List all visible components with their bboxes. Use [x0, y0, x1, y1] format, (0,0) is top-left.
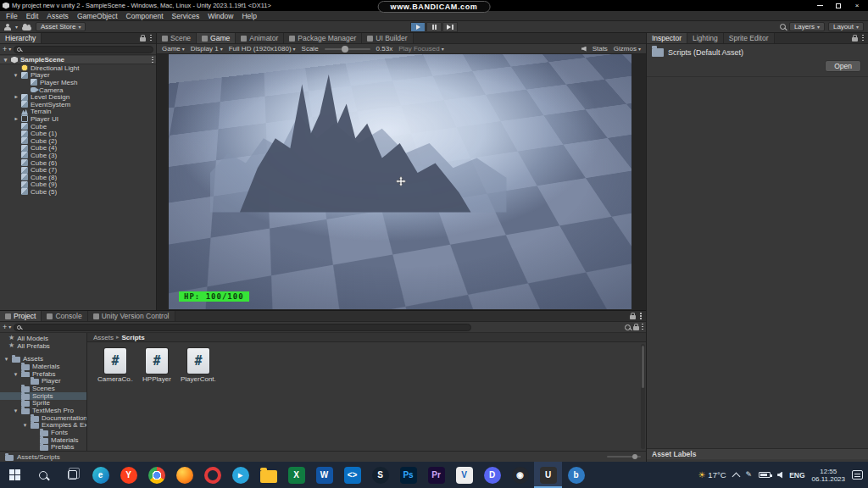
hierarchy-item[interactable]: Cube (1) [0, 130, 156, 137]
hierarchy-item[interactable]: Directional Light [0, 64, 156, 72]
cloud-services-icon[interactable] [22, 26, 31, 30]
taskbar-app[interactable]: ▸ [226, 462, 254, 488]
foldout-arrow-icon[interactable] [13, 96, 19, 99]
taskbar-app[interactable]: Y [114, 462, 142, 488]
resolution-dropdown[interactable]: Full HD (1920x1080) [229, 45, 296, 53]
menu-item[interactable]: Assets [42, 12, 73, 20]
add-asset-button[interactable] [3, 324, 11, 331]
search-by-type-icon[interactable] [625, 324, 631, 330]
menu-item[interactable]: Component [122, 12, 168, 20]
foldout-arrow-icon[interactable] [5, 356, 8, 362]
hierarchy-item[interactable]: Player [0, 72, 156, 80]
foldout-arrow-icon[interactable] [13, 118, 19, 121]
asset-file[interactable]: CameraCo... [97, 348, 133, 383]
stats-button[interactable]: Stats [593, 45, 608, 53]
taskbar-app[interactable] [198, 462, 226, 488]
center-tab[interactable]: Game [197, 33, 236, 43]
menu-item[interactable]: Window [203, 12, 237, 20]
favorite-item[interactable]: All Prefabs [0, 342, 86, 350]
kebab-menu-icon[interactable] [862, 35, 864, 42]
lock-icon[interactable] [633, 326, 639, 330]
project-tree-folder[interactable]: Prefabs [0, 370, 86, 378]
foldout-arrow-icon[interactable] [4, 57, 8, 63]
project-tree-folder[interactable]: Documentation [0, 414, 86, 422]
hierarchy-item[interactable]: Cube (6) [0, 159, 156, 167]
breadcrumb-root[interactable]: Assets [93, 334, 114, 341]
menu-item[interactable]: Help [237, 12, 260, 20]
start-button[interactable] [0, 462, 29, 488]
taskbar-app[interactable] [254, 462, 282, 488]
taskbar-app[interactable]: Pr [422, 462, 450, 488]
project-tree-folder[interactable]: Fonts [0, 429, 86, 436]
open-button[interactable]: Open [825, 60, 861, 72]
hierarchy-search-input[interactable] [14, 46, 153, 53]
tab-hierarchy[interactable]: Hierarchy [0, 33, 42, 43]
step-button[interactable] [442, 22, 458, 32]
game-mode-dropdown[interactable]: Game [162, 45, 185, 53]
minimize-button[interactable] [811, 1, 828, 10]
layout-dropdown[interactable]: Layout [828, 22, 864, 31]
asset-labels-bar[interactable]: Asset Labels [647, 448, 868, 459]
hierarchy-item[interactable]: Terrain [0, 108, 156, 116]
taskbar-app[interactable]: b [562, 462, 590, 488]
asset-file[interactable]: HPPlayer [139, 348, 175, 383]
taskbar-app[interactable]: W [310, 462, 338, 488]
search-icon[interactable] [780, 24, 786, 30]
lock-icon[interactable] [852, 37, 858, 42]
language-indicator[interactable]: ENG [789, 471, 804, 480]
hierarchy-item[interactable]: Cube (8) [0, 174, 156, 181]
foldout-arrow-icon[interactable] [14, 72, 18, 78]
hierarchy-item[interactable]: Level Design [0, 93, 156, 101]
hierarchy-item[interactable]: Cube (4) [0, 145, 156, 152]
kebab-menu-icon[interactable] [642, 324, 643, 330]
project-tree-folder[interactable]: Materials [0, 363, 86, 370]
play-focused-dropdown[interactable]: Play Focused [398, 45, 443, 53]
taskbar-app[interactable] [170, 462, 198, 488]
hierarchy-item[interactable]: Cube (2) [0, 137, 156, 145]
layers-dropdown[interactable]: Layers [789, 22, 825, 31]
project-tree-folder[interactable]: Scenes [0, 385, 86, 392]
taskbar-app[interactable]: S [366, 462, 394, 488]
project-search-input[interactable] [14, 324, 471, 331]
taskbar-app[interactable]: D [478, 462, 506, 488]
project-tree-folder[interactable]: Sprite [0, 400, 86, 408]
lock-icon[interactable] [630, 315, 636, 319]
taskbar-search-button[interactable] [29, 462, 58, 488]
pause-button[interactable] [426, 22, 442, 32]
taskbar-app[interactable]: Ps [394, 462, 422, 488]
bottom-tab[interactable]: Project [0, 311, 42, 321]
center-tab[interactable]: Package Manager [284, 33, 362, 43]
hierarchy-item[interactable]: Camera [0, 86, 156, 94]
kebab-menu-icon[interactable] [640, 313, 642, 319]
lock-icon[interactable] [140, 37, 146, 42]
menu-item[interactable]: Edit [22, 12, 43, 20]
project-tree-folder[interactable]: Scripts [0, 392, 86, 400]
add-gameobject-button[interactable] [3, 46, 11, 53]
gizmos-dropdown[interactable]: Gizmos [614, 45, 641, 53]
inspector-tab[interactable]: Lighting [687, 33, 724, 43]
asset-file[interactable]: PlayerCont... [181, 348, 216, 383]
project-tree-folder[interactable]: Prefabs [0, 444, 86, 451]
project-tree-folder[interactable]: TextMesh Pro [0, 407, 86, 414]
game-viewport[interactable]: HP: 100/100 [157, 54, 646, 310]
icon-size-slider[interactable] [607, 456, 641, 458]
bottom-tab[interactable]: Console [42, 311, 87, 321]
hierarchy-item[interactable]: Player UI [0, 115, 156, 123]
task-view-button[interactable] [58, 462, 86, 488]
play-button[interactable] [410, 22, 426, 32]
project-tree-folder[interactable]: Materials [0, 436, 86, 444]
display-dropdown[interactable]: Display 1 [191, 45, 223, 53]
breadcrumb-current[interactable]: Scripts [122, 334, 145, 341]
menu-item[interactable]: Services [168, 12, 204, 20]
hidden-icons-chevron[interactable] [732, 472, 740, 480]
weather-widget[interactable]: 17°C [698, 470, 726, 480]
taskbar-app[interactable]: V [450, 462, 478, 488]
kebab-menu-icon[interactable] [150, 35, 152, 42]
mute-audio-icon[interactable] [581, 47, 587, 52]
foldout-arrow-icon[interactable] [24, 422, 27, 428]
hierarchy-item[interactable]: Cube (7) [0, 166, 156, 174]
kebab-menu-icon[interactable] [152, 57, 153, 64]
maximize-button[interactable] [830, 1, 847, 10]
hierarchy-item[interactable]: Cube (9) [0, 181, 156, 189]
battery-icon[interactable] [759, 472, 771, 478]
